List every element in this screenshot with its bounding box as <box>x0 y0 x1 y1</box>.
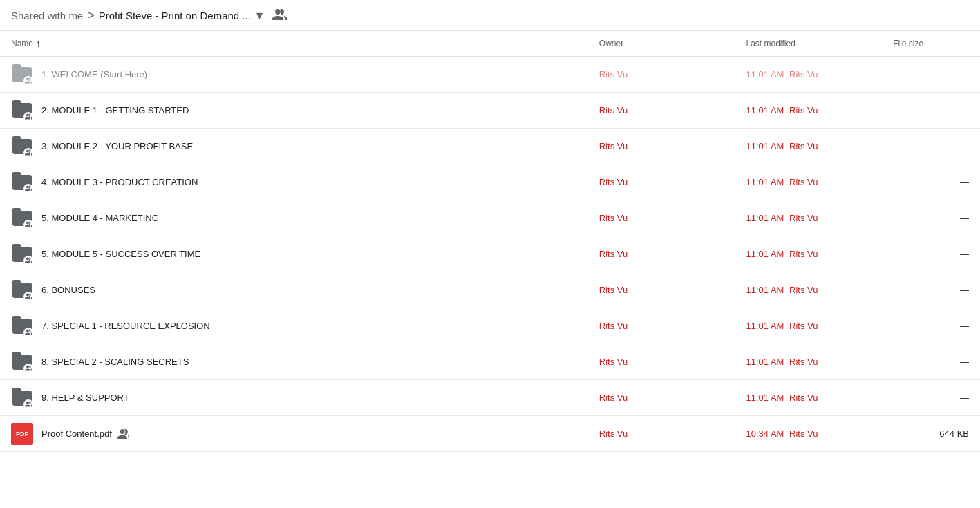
modified-time[interactable]: 11:01 AM <box>746 69 784 79</box>
name-cell[interactable]: 9. HELP & SUPPORT <box>0 380 588 416</box>
table-row[interactable]: 7. SPECIAL 1 - RESOURCE EXPLOSION Rits V… <box>0 308 980 344</box>
name-cell[interactable]: 3. MODULE 2 - YOUR PROFIT BASE <box>0 129 588 164</box>
column-name-label: Name <box>11 39 33 48</box>
modified-time[interactable]: 11:01 AM <box>746 141 784 151</box>
owner-cell[interactable]: Rits Vu <box>588 129 735 164</box>
file-name: Proof Content.pdf <box>41 429 129 440</box>
owner-cell[interactable]: Rits Vu <box>588 416 735 452</box>
folder-icon <box>11 279 33 301</box>
table-row[interactable]: 2. MODULE 1 - GETTING STARTED Rits Vu 11… <box>0 93 980 129</box>
name-cell[interactable]: PDF Proof Content.pdf <box>0 416 588 452</box>
modified-time[interactable]: 10:34 AM <box>746 429 784 439</box>
modified-cell: 11:01 AM Rits Vu <box>735 164 883 200</box>
name-cell[interactable]: 5. MODULE 5 - SUCCESS OVER TIME <box>0 236 588 272</box>
modified-cell: 11:01 AM Rits Vu <box>735 57 883 93</box>
filesize-cell: — <box>882 380 980 416</box>
folder-icon <box>11 315 33 337</box>
table-row[interactable]: 5. MODULE 5 - SUCCESS OVER TIME Rits Vu … <box>0 236 980 272</box>
modified-who[interactable]: Rits Vu <box>789 69 818 79</box>
modified-cell: 11:01 AM Rits Vu <box>735 344 883 380</box>
modified-who[interactable]: Rits Vu <box>789 321 818 331</box>
modified-time[interactable]: 11:01 AM <box>746 177 784 187</box>
modified-who[interactable]: Rits Vu <box>789 357 818 367</box>
filesize-cell: — <box>882 272 980 308</box>
modified-who[interactable]: Rits Vu <box>789 105 818 115</box>
modified-time[interactable]: 11:01 AM <box>746 285 784 295</box>
column-header-name: Name ↑ <box>0 31 588 57</box>
shared-badge <box>116 429 129 439</box>
table-row[interactable]: 6. BONUSES Rits Vu 11:01 AM Rits Vu — <box>0 272 980 308</box>
owner-cell[interactable]: Rits Vu <box>588 57 735 93</box>
folder-icon <box>11 207 33 229</box>
folder-icon <box>11 351 33 373</box>
name-cell[interactable]: 4. MODULE 3 - PRODUCT CREATION <box>0 164 588 200</box>
modified-who[interactable]: Rits Vu <box>789 393 818 403</box>
table-row[interactable]: 8. SPECIAL 2 - SCALING SECRETS Rits Vu 1… <box>0 344 980 380</box>
table-row[interactable]: 3. MODULE 2 - YOUR PROFIT BASE Rits Vu 1… <box>0 129 980 164</box>
column-header-owner[interactable]: Owner <box>588 31 735 57</box>
name-cell[interactable]: 2. MODULE 1 - GETTING STARTED <box>0 93 588 129</box>
folder-icon <box>11 171 33 194</box>
modified-who[interactable]: Rits Vu <box>789 429 818 439</box>
owner-cell[interactable]: Rits Vu <box>588 308 735 344</box>
table-row[interactable]: 1. WELCOME (Start Here) Rits Vu 11:01 AM… <box>0 57 980 93</box>
breadcrumb-dropdown-icon[interactable]: ▾ <box>256 8 263 23</box>
owner-cell[interactable]: Rits Vu <box>588 344 735 380</box>
table-row[interactable]: 4. MODULE 3 - PRODUCT CREATION Rits Vu 1… <box>0 164 980 200</box>
modified-cell: 11:01 AM Rits Vu <box>735 272 883 308</box>
file-name: 5. MODULE 4 - MARKETING <box>41 213 159 223</box>
table-row[interactable]: PDF Proof Content.pdf Rits Vu 10:34 AM R… <box>0 416 980 452</box>
filesize-cell: — <box>882 236 980 272</box>
modified-time[interactable]: 11:01 AM <box>746 393 784 403</box>
breadcrumb-people-icon[interactable] <box>272 8 288 23</box>
table-row[interactable]: 9. HELP & SUPPORT Rits Vu 11:01 AM Rits … <box>0 380 980 416</box>
filesize-cell: 644 KB <box>882 416 980 452</box>
modified-cell: 11:01 AM Rits Vu <box>735 129 883 164</box>
owner-cell[interactable]: Rits Vu <box>588 200 735 236</box>
owner-cell[interactable]: Rits Vu <box>588 164 735 200</box>
table-row[interactable]: 5. MODULE 4 - MARKETING Rits Vu 11:01 AM… <box>0 200 980 236</box>
modified-who[interactable]: Rits Vu <box>789 177 818 187</box>
breadcrumb: Shared with me > Profit Steve - Print on… <box>0 0 980 31</box>
name-cell[interactable]: 8. SPECIAL 2 - SCALING SECRETS <box>0 344 588 380</box>
filesize-cell: — <box>882 93 980 129</box>
owner-cell[interactable]: Rits Vu <box>588 272 735 308</box>
filesize-cell: — <box>882 344 980 380</box>
filesize-cell: — <box>882 57 980 93</box>
pdf-icon: PDF <box>11 423 33 445</box>
folder-icon <box>11 64 33 86</box>
name-cell[interactable]: 6. BONUSES <box>0 272 588 308</box>
modified-who[interactable]: Rits Vu <box>789 249 818 259</box>
filesize-cell: — <box>882 164 980 200</box>
modified-who[interactable]: Rits Vu <box>789 285 818 295</box>
breadcrumb-separator-1: > <box>87 9 95 21</box>
owner-cell[interactable]: Rits Vu <box>588 236 735 272</box>
modified-time[interactable]: 11:01 AM <box>746 105 784 115</box>
filesize-cell: — <box>882 308 980 344</box>
modified-who[interactable]: Rits Vu <box>789 141 818 151</box>
file-name: 6. BONUSES <box>41 285 95 295</box>
folder-icon <box>11 100 33 122</box>
table-header-row: Name ↑ Owner Last modified File size <box>0 31 980 57</box>
modified-time[interactable]: 11:01 AM <box>746 321 784 331</box>
column-header-file-size[interactable]: File size <box>882 31 980 57</box>
modified-time[interactable]: 11:01 AM <box>746 249 784 259</box>
name-cell[interactable]: 7. SPECIAL 1 - RESOURCE EXPLOSION <box>0 308 588 344</box>
owner-cell[interactable]: Rits Vu <box>588 380 735 416</box>
breadcrumb-current-folder: Profit Steve - Print on Demand ... <box>99 10 251 21</box>
filesize-cell: — <box>882 200 980 236</box>
sort-arrow-icon: ↑ <box>36 38 41 49</box>
column-header-last-modified[interactable]: Last modified <box>735 31 883 57</box>
modified-cell: 11:01 AM Rits Vu <box>735 380 883 416</box>
owner-cell[interactable]: Rits Vu <box>588 93 735 129</box>
modified-time[interactable]: 11:01 AM <box>746 357 784 367</box>
file-table: Name ↑ Owner Last modified File size <box>0 31 980 452</box>
name-sort-button[interactable]: Name ↑ <box>11 38 577 49</box>
file-name: 7. SPECIAL 1 - RESOURCE EXPLOSION <box>41 321 210 331</box>
name-cell[interactable]: 1. WELCOME (Start Here) <box>0 57 588 93</box>
filesize-cell: — <box>882 129 980 164</box>
breadcrumb-shared-with-me[interactable]: Shared with me <box>11 10 83 21</box>
modified-who[interactable]: Rits Vu <box>789 213 818 223</box>
modified-time[interactable]: 11:01 AM <box>746 213 784 223</box>
name-cell[interactable]: 5. MODULE 4 - MARKETING <box>0 200 588 236</box>
